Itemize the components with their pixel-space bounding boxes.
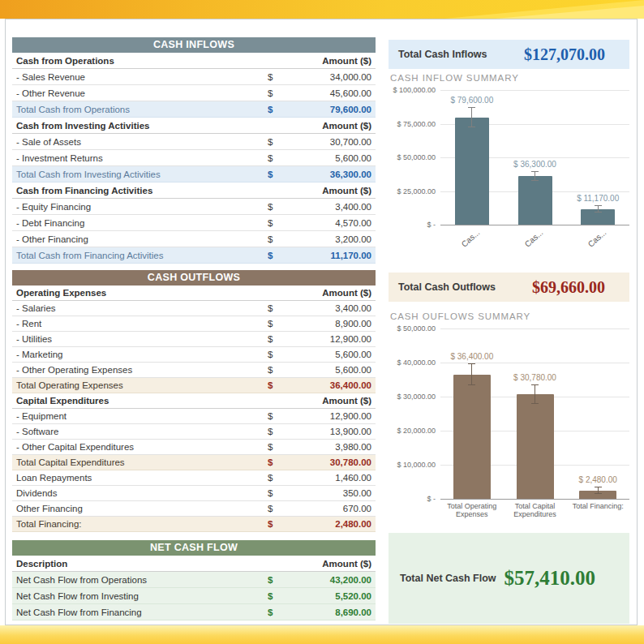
row-label: - Salaries (12, 303, 268, 313)
bar-slot: $ 30,780.00 (504, 328, 567, 499)
table-row: Net Cash Flow from Financing$8,690.00 (12, 604, 376, 620)
row-label: Net Cash Flow from Investing (12, 591, 268, 601)
bar (455, 118, 489, 225)
bar-slot: $ 36,400.00 (440, 328, 504, 499)
y-axis-tick-label: $ - (389, 221, 436, 229)
amount-column-header: Amount ($) (268, 396, 376, 406)
table-row: Cash from Investing ActivitiesAmount ($) (12, 118, 376, 134)
total-outflows-value: $69,660.00 (532, 278, 605, 297)
x-axis-tick-label: Cas... (523, 228, 545, 249)
row-label: - Debt Financing (12, 218, 268, 228)
row-amount: 5,520.00 (282, 591, 376, 601)
x-axis-tick-label: Cas... (586, 228, 608, 249)
y-axis-tick-label: $ - (389, 495, 436, 503)
cash-outflows-summary-chart: CASH OUFLOWS SUMMARY$ 36,400.00$ 30,780.… (389, 311, 629, 523)
total-net-cash-flow-box: Total Net Cash Flow $57,410.00 (389, 533, 629, 624)
section-header: NET CASH FLOW (12, 540, 376, 556)
currency-symbol: $ (268, 234, 282, 244)
table-row: - Salaries$3,400.00 (12, 301, 376, 316)
row-label: Total Capital Expenditures (12, 457, 268, 467)
bar-slot: $ 11,170.00 (566, 90, 629, 225)
row-label: Net Cash Flow from Financing (12, 608, 268, 617)
row-label: Cash from Financing Activities (12, 186, 268, 195)
error-bar-cap (468, 363, 475, 364)
table-row: Total Operating Expenses$36,400.00 (12, 378, 376, 393)
currency-symbol: $ (268, 427, 282, 436)
currency-symbol: $ (268, 473, 282, 483)
y-axis-tick-label: $ 40,000.00 (389, 358, 436, 367)
row-label: - Other Financing (12, 234, 268, 244)
bar-data-label: $ 36,300.00 (513, 160, 556, 169)
table-row: - Sales Revenue$34,000.00 (12, 69, 376, 85)
row-label: - Sales Revenue (12, 72, 268, 82)
total-net-value: $57,410.00 (504, 567, 596, 590)
row-label: - Sale of Assets (12, 137, 268, 147)
section-header: CASH INFLOWS (12, 37, 376, 53)
x-axis-labels: Total Operating ExpensesTotal Capital Ex… (440, 499, 629, 523)
currency-symbol: $ (268, 334, 282, 344)
error-bar-cap (468, 384, 475, 385)
x-axis-tick-label: Total Operating Expenses (440, 502, 504, 519)
error-bar-cap (531, 180, 539, 181)
total-net-label: Total Net Cash Flow (400, 573, 496, 584)
chart-title: CASH OUFLOWS SUMMARY (390, 311, 629, 321)
y-axis-tick-label: $ 100,000.00 (389, 86, 436, 94)
y-axis-tick-label: $ 75,000.00 (389, 120, 436, 128)
bars-container: $ 79,600.00$ 36,300.00$ 11,170.00 (440, 90, 629, 225)
row-label: Cash from Investing Activities (12, 121, 268, 131)
table-row: DescriptionAmount ($) (12, 556, 376, 572)
currency-symbol: $ (268, 411, 282, 421)
currency-symbol: $ (268, 105, 282, 114)
currency-symbol: $ (268, 380, 282, 390)
y-axis-tick-label: $ 25,000.00 (389, 187, 436, 195)
row-label: - Other Capital Expenditures (12, 442, 268, 452)
bar-data-label: $ 36,400.00 (450, 352, 493, 361)
row-label: Description (12, 559, 268, 569)
row-amount: 5,600.00 (282, 365, 376, 375)
row-amount: 45,600.00 (282, 88, 376, 98)
table-row: - Sale of Assets$30,700.00 (12, 134, 376, 150)
y-axis-tick-label: $ 10,000.00 (389, 461, 436, 469)
bar (517, 394, 554, 499)
row-amount: 5,600.00 (282, 350, 376, 359)
row-label: Total Cash from Financing Activities (12, 251, 268, 260)
table-row: Total Cash from Operations$79,600.00 (12, 101, 376, 118)
row-amount: 350.00 (282, 488, 376, 498)
row-label: Total Financing: (12, 519, 268, 529)
table-row: - Other Operating Expenses$5,600.00 (12, 363, 376, 378)
total-inflows-value: $127,070.00 (524, 45, 605, 64)
error-bar-cap (595, 487, 602, 487)
error-bar-cap (595, 205, 602, 206)
y-axis-tick-label: $ 50,000.00 (389, 324, 436, 333)
summary-column: Total Cash Inflows $127,070.00 CASH INFL… (389, 19, 629, 626)
total-inflows-box: Total Cash Inflows $127,070.00 (389, 40, 629, 69)
currency-symbol: $ (268, 504, 282, 513)
amount-column-header: Amount ($) (268, 288, 376, 298)
error-bar-cap (595, 493, 602, 494)
row-label: - Other Revenue (12, 88, 268, 98)
row-amount: 2,480.00 (282, 519, 376, 529)
row-label: Cash from Operations (12, 56, 268, 66)
row-label: - Utilities (12, 334, 268, 344)
row-label: - Marketing (12, 350, 268, 359)
background-top-band (0, 0, 644, 19)
bar-slot: $ 36,300.00 (504, 90, 567, 225)
bars-container: $ 36,400.00$ 30,780.00$ 2,480.00 (440, 328, 629, 499)
row-label: Total Cash from Operations (12, 105, 268, 114)
currency-symbol: $ (268, 137, 282, 147)
row-label: Net Cash Flow from Operations (12, 575, 268, 585)
currency-symbol: $ (268, 575, 282, 585)
row-amount: 30,780.00 (282, 457, 376, 467)
cash-inflows-table: CASH INFLOWSCash from OperationsAmount (… (12, 37, 376, 264)
currency-symbol: $ (268, 591, 282, 601)
table-row: Net Cash Flow from Investing$5,520.00 (12, 588, 376, 604)
currency-symbol: $ (268, 72, 282, 82)
row-label: Operating Expenses (12, 288, 268, 298)
currency-symbol: $ (268, 88, 282, 98)
error-bar-cap (595, 212, 602, 213)
row-amount: 3,400.00 (282, 303, 376, 313)
row-label: - Other Operating Expenses (12, 365, 268, 375)
row-amount: 79,600.00 (282, 105, 376, 114)
row-amount: 12,900.00 (282, 334, 376, 344)
row-amount: 1,460.00 (282, 473, 376, 483)
